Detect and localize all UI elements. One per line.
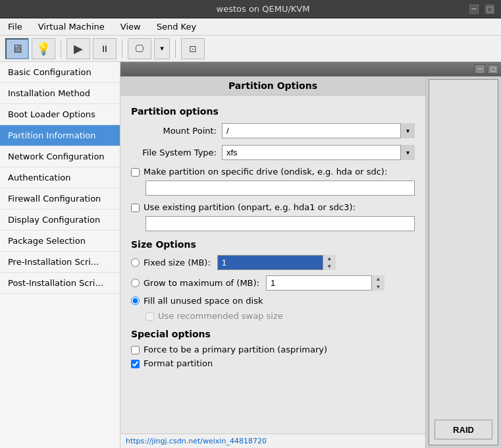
force-primary-row: Force to be a primary partition (asprima… xyxy=(131,345,415,354)
url-text: https://jingj.csdn.net/weixin_44818720 xyxy=(126,437,267,445)
force-primary-label: Force to be a primary partition (asprima… xyxy=(144,345,327,354)
filesystem-select-wrap[interactable]: xfs ext4 ext3 ext2 swap vfat ▾ xyxy=(222,145,415,160)
menu-virtual-machine[interactable]: Virtual Machine xyxy=(33,20,110,33)
url-bar: https://jingj.csdn.net/weixin_44818720 xyxy=(120,434,425,448)
grow-max-input[interactable] xyxy=(266,275,384,291)
fixed-size-spin-buttons: ▲ ▼ xyxy=(323,255,336,270)
sidebar-item-package-selection[interactable]: Package Selection xyxy=(0,231,120,252)
main-container: Basic Configuration Installation Method … xyxy=(0,62,501,448)
format-partition-label: Format partition xyxy=(144,358,213,368)
sidebar-item-post-installation[interactable]: Post-Installation Scri... xyxy=(0,273,120,294)
fixed-size-down-button[interactable]: ▼ xyxy=(323,263,336,271)
grow-max-down-button[interactable]: ▼ xyxy=(372,283,384,291)
maximize-button[interactable]: □ xyxy=(484,3,496,15)
panel-title: Partition Options xyxy=(120,76,425,96)
light-button[interactable]: 💡 xyxy=(32,38,55,59)
make-partition-label: Make partition on specific drive (ondisk… xyxy=(144,167,387,177)
sidebar: Basic Configuration Installation Method … xyxy=(0,62,120,448)
filesystem-row: File System Type: xfs ext4 ext3 ext2 swa… xyxy=(131,145,415,160)
force-primary-checkbox[interactable] xyxy=(131,346,140,354)
special-options-title: Special options xyxy=(131,329,415,339)
dropdown-button[interactable]: ▾ xyxy=(154,38,170,59)
use-existing-label: Use existing partition (onpart, e.g. hda… xyxy=(144,202,356,212)
menu-send-key[interactable]: Send Key xyxy=(151,20,201,33)
fixed-size-label: Fixed size (MB): xyxy=(144,258,211,267)
fill-unused-row: Fill all unused space on disk xyxy=(131,296,415,306)
display-button[interactable]: 🖵 xyxy=(128,38,151,59)
pause-button[interactable]: ⏸ xyxy=(93,38,117,59)
menu-bar: File Virtual Machine View Send Key xyxy=(0,18,501,36)
mount-point-select[interactable]: / /boot /home /var swap xyxy=(222,123,415,138)
sidebar-item-boot-loader-options[interactable]: Boot Loader Options xyxy=(0,104,120,125)
fixed-size-row: Fixed size (MB): ▲ ▼ xyxy=(131,255,415,270)
screenshot-button[interactable]: 🖥 xyxy=(5,38,29,59)
fill-unused-radio[interactable] xyxy=(131,296,140,305)
make-partition-row: Make partition on specific drive (ondisk… xyxy=(131,167,415,177)
filesystem-label: File System Type: xyxy=(131,148,217,157)
inner-titlebar: ─ □ xyxy=(120,62,501,76)
menu-file[interactable]: File xyxy=(3,20,28,33)
mount-point-label: Mount Point: xyxy=(131,126,217,136)
fixed-size-radio[interactable] xyxy=(131,258,140,267)
sidebar-item-basic-configuration[interactable]: Basic Configuration xyxy=(0,62,120,83)
use-recommended-label: Use recommended swap size xyxy=(158,311,283,321)
make-partition-section: Make partition on specific drive (ondisk… xyxy=(131,167,415,196)
sidebar-item-firewall-configuration[interactable]: Firewall Configuration xyxy=(0,188,120,210)
grow-max-up-button[interactable]: ▲ xyxy=(372,275,384,283)
sidebar-item-authentication[interactable]: Authentication xyxy=(0,167,120,188)
toolbar-separator-2 xyxy=(122,40,122,58)
fixed-size-up-button[interactable]: ▲ xyxy=(323,255,336,263)
format-partition-checkbox[interactable] xyxy=(131,360,140,368)
right-panel: RAID xyxy=(425,76,501,448)
make-partition-input[interactable] xyxy=(145,181,415,196)
minimize-button[interactable]: ─ xyxy=(468,3,480,15)
title-bar: westos on QEMU/KVM ─ □ xyxy=(0,0,501,18)
right-panel-inner: RAID xyxy=(429,79,498,445)
partition-options-section-title: Partition options xyxy=(131,106,415,117)
toolbar-separator-3 xyxy=(175,40,176,58)
grow-max-spin-buttons: ▲ ▼ xyxy=(371,275,384,291)
sidebar-item-installation-method[interactable]: Installation Method xyxy=(0,83,120,104)
window-controls: ─ □ xyxy=(468,3,496,15)
menu-view[interactable]: View xyxy=(115,20,146,33)
inner-minimize-button[interactable]: ─ xyxy=(475,65,485,74)
sidebar-item-network-configuration[interactable]: Network Configuration xyxy=(0,146,120,167)
toolbar-separator xyxy=(61,40,61,58)
use-recommended-checkbox[interactable] xyxy=(145,312,154,321)
use-existing-input[interactable] xyxy=(145,216,415,231)
format-partition-row: Format partition xyxy=(131,358,415,368)
use-existing-row: Use existing partition (onpart, e.g. hda… xyxy=(131,202,415,212)
grow-max-spinbox-wrap: ▲ ▼ xyxy=(266,275,384,291)
fixed-size-input[interactable] xyxy=(217,255,336,270)
play-button[interactable]: ▶ xyxy=(66,38,90,59)
window-title: westos on QEMU/KVM xyxy=(58,4,468,14)
fixed-size-spinbox-wrap: ▲ ▼ xyxy=(217,255,336,270)
grow-max-radio[interactable] xyxy=(131,279,140,287)
use-recommended-row: Use recommended swap size xyxy=(145,311,415,321)
use-existing-section: Use existing partition (onpart, e.g. hda… xyxy=(131,202,415,231)
filesystem-select[interactable]: xfs ext4 ext3 ext2 swap vfat xyxy=(222,145,415,160)
sidebar-item-pre-installation[interactable]: Pre-Installation Scri... xyxy=(0,252,120,273)
fullscreen-button[interactable]: ⊡ xyxy=(181,38,205,59)
make-partition-checkbox[interactable] xyxy=(131,168,140,177)
sidebar-item-partition-information[interactable]: Partition Information xyxy=(0,125,120,146)
panel-body: Partition options Mount Point: / /boot /… xyxy=(120,96,425,434)
raid-button[interactable]: RAID xyxy=(435,420,492,439)
fill-unused-label: Fill all unused space on disk xyxy=(144,296,263,306)
sidebar-item-display-configuration[interactable]: Display Configuration xyxy=(0,210,120,231)
mount-point-row: Mount Point: / /boot /home /var swap ▾ xyxy=(131,123,415,138)
content-area: Partition Options Partition options Moun… xyxy=(120,76,425,448)
mount-point-select-wrap[interactable]: / /boot /home /var swap ▾ xyxy=(222,123,415,138)
use-existing-checkbox[interactable] xyxy=(131,204,140,212)
toolbar: 🖥 💡 ▶ ⏸ 🖵 ▾ ⊡ xyxy=(0,36,501,62)
grow-max-label: Grow to maximum of (MB): xyxy=(144,278,259,288)
size-options-title: Size Options xyxy=(131,239,415,250)
inner-maximize-button[interactable]: □ xyxy=(488,65,498,74)
grow-max-row: Grow to maximum of (MB): ▲ ▼ xyxy=(131,275,415,291)
